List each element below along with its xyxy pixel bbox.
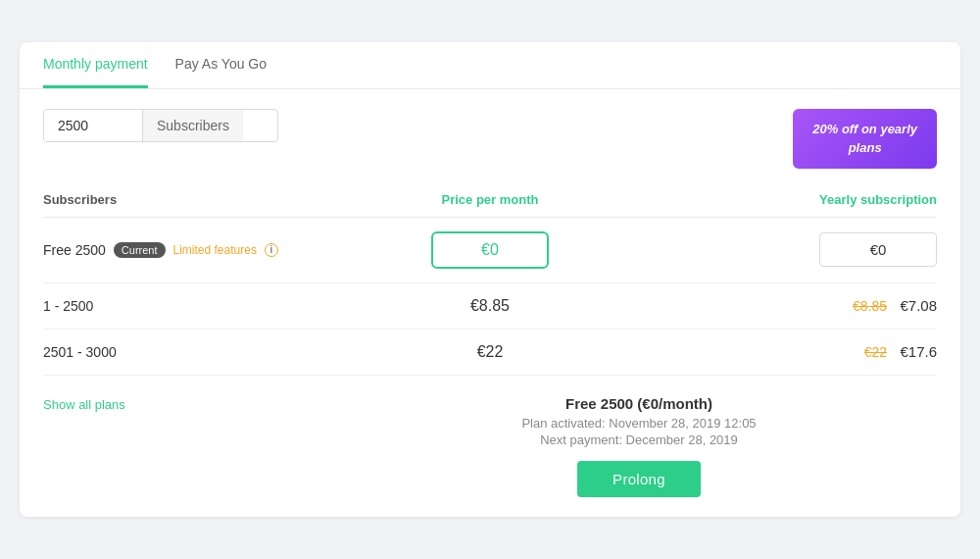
table-row: Free 2500 Current Limited features i €0 … xyxy=(43,218,937,283)
price-strike: €8.85 xyxy=(853,298,887,314)
badge-current: Current xyxy=(114,242,166,258)
footer-plan-info: Free 2500 (€0/month) Plan activated: Nov… xyxy=(341,395,937,497)
footer-next-payment: Next payment: December 28, 2019 xyxy=(341,432,937,447)
show-all-plans-link[interactable]: Show all plans xyxy=(43,397,125,412)
pricing-card: Monthly payment Pay As You Go Subscriber… xyxy=(20,42,960,516)
table-row: 2501 - 3000 €22 €22 €17.6 xyxy=(43,330,937,376)
top-row: Subscribers 20% off on yearly plans xyxy=(43,109,937,168)
show-all-plans-link-container: Show all plans xyxy=(43,395,341,413)
yearly-cell-free: €0 xyxy=(639,232,937,267)
price-month-highlighted: €0 xyxy=(431,231,549,269)
price-discounted: €17.6 xyxy=(900,343,937,360)
pricing-table: Subscribers Price per month Yearly subsc… xyxy=(43,192,937,376)
tab-pay-as-you-go[interactable]: Pay As You Go xyxy=(175,42,267,88)
tabs-bar: Monthly payment Pay As You Go xyxy=(20,42,960,89)
row-label-2501-3000: 2501 - 3000 xyxy=(43,344,341,360)
price-month-cell-2501-3000: €22 xyxy=(341,343,639,361)
yearly-cell-2501-3000: €22 €17.6 xyxy=(639,343,937,361)
row-label-1-2500: 1 - 2500 xyxy=(43,298,341,314)
prolong-button[interactable]: Prolong xyxy=(577,461,701,497)
table-header: Subscribers Price per month Yearly subsc… xyxy=(43,192,937,218)
price-month-plain: €22 xyxy=(477,343,504,360)
yearly-price-box: €0 xyxy=(819,232,937,267)
info-icon[interactable]: i xyxy=(265,243,278,257)
promo-badge: 20% off on yearly plans xyxy=(793,109,937,168)
price-strike: €22 xyxy=(864,344,887,360)
tab-monthly-payment[interactable]: Monthly payment xyxy=(43,42,148,88)
footer-plan-name: Free 2500 (€0/month) xyxy=(341,395,937,412)
subscriber-input-label: Subscribers xyxy=(142,110,243,141)
subscriber-count-input[interactable] xyxy=(44,110,142,141)
price-month-cell-free: €0 xyxy=(341,231,639,269)
limited-features-label: Limited features xyxy=(173,243,257,257)
price-month-cell-1-2500: €8.85 xyxy=(341,297,639,315)
footer-area: Show all plans Free 2500 (€0/month) Plan… xyxy=(43,376,937,497)
subscriber-input-group: Subscribers xyxy=(43,109,278,142)
col-header-subscribers: Subscribers xyxy=(43,192,341,207)
price-discounted: €7.08 xyxy=(900,297,937,314)
footer-activated: Plan activated: November 28, 2019 12:05 xyxy=(341,416,937,431)
col-header-price-month: Price per month xyxy=(341,192,639,207)
tab-content: Subscribers 20% off on yearly plans Subs… xyxy=(20,89,960,516)
row-label-free: Free 2500 Current Limited features i xyxy=(43,242,341,258)
price-month-plain: €8.85 xyxy=(470,297,510,314)
table-row: 1 - 2500 €8.85 €8.85 €7.08 xyxy=(43,283,937,330)
yearly-cell-1-2500: €8.85 €7.08 xyxy=(639,297,937,315)
col-header-yearly: Yearly subscription xyxy=(639,192,937,207)
